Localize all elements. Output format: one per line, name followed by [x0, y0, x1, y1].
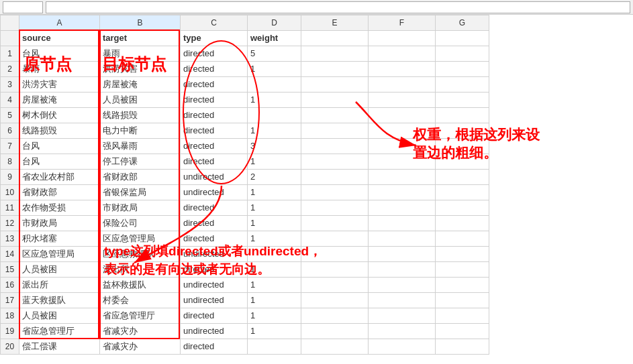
cell-d-17[interactable]: 1 [248, 293, 301, 308]
cell-b-13[interactable]: 区应急管理局 [100, 231, 181, 247]
cell-b-15[interactable]: 派出所 [100, 262, 181, 278]
cell-c-4[interactable]: directed [181, 93, 248, 108]
cell-c-3[interactable]: directed [181, 77, 248, 93]
cell-b-4[interactable]: 人员被困 [100, 93, 181, 108]
cell-d-11[interactable]: 1 [248, 200, 301, 216]
cell-b-8[interactable]: 停工停课 [100, 154, 181, 170]
cell-b-16[interactable]: 益杯救援队 [100, 278, 181, 293]
col-header-g[interactable]: G [436, 15, 489, 31]
cell-b-19[interactable]: 省减灾办 [100, 324, 181, 339]
cell-d-20[interactable] [248, 339, 301, 355]
cell-c-8[interactable]: directed [181, 154, 248, 170]
cell-d-5[interactable] [248, 108, 301, 123]
cell-header-source[interactable]: source [19, 31, 100, 46]
cell-header-weight[interactable]: weight [248, 31, 301, 46]
cell-a-14[interactable]: 区应急管理局 [19, 247, 100, 262]
cell-c-10[interactable]: undirected [181, 185, 248, 200]
cell-a-9[interactable]: 省农业农村部 [19, 170, 100, 185]
cell-d-19[interactable]: 1 [248, 324, 301, 339]
cell-b-7[interactable]: 强风暴雨 [100, 139, 181, 154]
cell-a-16[interactable]: 派出所 [19, 278, 100, 293]
cell-d-8[interactable]: 1 [248, 154, 301, 170]
cell-c-12[interactable]: directed [181, 216, 248, 231]
col-header-e[interactable]: E [301, 15, 369, 31]
cell-b-3[interactable]: 房屋被淹 [100, 77, 181, 93]
cell-a-17[interactable]: 蓝天救援队 [19, 293, 100, 308]
cell-d-18[interactable]: 1 [248, 308, 301, 324]
cell-b-20[interactable]: 省减灾办 [100, 339, 181, 355]
cell-a-18[interactable]: 人员被困 [19, 308, 100, 324]
col-header-c[interactable]: C [181, 15, 248, 31]
cell-b-10[interactable]: 省银保监局 [100, 185, 181, 200]
cell-d-7[interactable]: 3 [248, 139, 301, 154]
col-header-a[interactable]: A [19, 15, 100, 31]
cell-a-5[interactable]: 树木倒伏 [19, 108, 100, 123]
cell-d-2[interactable]: 1 [248, 62, 301, 77]
cell-c-15[interactable]: directed [181, 262, 248, 278]
cell-a-8[interactable]: 台风 [19, 154, 100, 170]
cell-header-target[interactable]: target [100, 31, 181, 46]
cell-extra-20-0 [301, 339, 369, 355]
cell-d-14[interactable] [248, 247, 301, 262]
cell-b-2[interactable]: 洪涝灾害 [100, 62, 181, 77]
col-header-d[interactable]: D [248, 15, 301, 31]
cell-c-7[interactable]: directed [181, 139, 248, 154]
cell-b-14[interactable]: 区应急救援队 [100, 247, 181, 262]
cell-d-1[interactable]: 5 [248, 46, 301, 62]
cell-a-19[interactable]: 省应急管理厅 [19, 324, 100, 339]
cell-d-3[interactable] [248, 77, 301, 93]
cell-b-17[interactable]: 村委会 [100, 293, 181, 308]
cell-d-6[interactable]: 1 [248, 123, 301, 139]
cell-c-6[interactable]: directed [181, 123, 248, 139]
row-num-cell: 5 [1, 108, 19, 123]
cell-d-4[interactable]: 1 [248, 93, 301, 108]
cell-d-13[interactable]: 1 [248, 231, 301, 247]
cell-a-6[interactable]: 线路损毁 [19, 123, 100, 139]
col-header-f[interactable]: F [369, 15, 436, 31]
cell-d-12[interactable]: 1 [248, 216, 301, 231]
cell-c-5[interactable]: directed [181, 108, 248, 123]
col-header-b[interactable]: B [100, 15, 181, 31]
cell-c-2[interactable]: directed [181, 62, 248, 77]
cell-b-18[interactable]: 省应急管理厅 [100, 308, 181, 324]
cell-b-1[interactable]: 暴雨 [100, 46, 181, 62]
cell-d-16[interactable]: 1 [248, 278, 301, 293]
cell-a-13[interactable]: 积水堵塞 [19, 231, 100, 247]
cell-b-9[interactable]: 省财政部 [100, 170, 181, 185]
cell-extra-8-0 [301, 154, 369, 170]
cell-extra-12-0 [301, 216, 369, 231]
cell-b-5[interactable]: 线路损毁 [100, 108, 181, 123]
cell-d-10[interactable]: 1 [248, 185, 301, 200]
cell-a-11[interactable]: 农作物受损 [19, 200, 100, 216]
cell-c-11[interactable]: directed [181, 200, 248, 216]
cell-d-9[interactable]: 2 [248, 170, 301, 185]
cell-a-4[interactable]: 房屋被淹 [19, 93, 100, 108]
cell-a-3[interactable]: 洪涝灾害 [19, 77, 100, 93]
cell-c-13[interactable]: directed [181, 231, 248, 247]
table-row: 3洪涝灾害房屋被淹directed [1, 77, 489, 93]
cell-extra-19-0 [301, 324, 369, 339]
cell-c-1[interactable]: directed [181, 46, 248, 62]
cell-c-17[interactable]: undirected [181, 293, 248, 308]
table-row: 19省应急管理厅省减灾办undirected1 [1, 324, 489, 339]
cell-c-18[interactable]: directed [181, 308, 248, 324]
cell-a-15[interactable]: 人员被困 [19, 262, 100, 278]
cell-a-7[interactable]: 台风 [19, 139, 100, 154]
cell-c-9[interactable]: undirected [181, 170, 248, 185]
cell-a-10[interactable]: 省财政部 [19, 185, 100, 200]
cell-a-1[interactable]: 台风 [19, 46, 100, 62]
cell-a-2[interactable]: 暴雨 [19, 62, 100, 77]
cell-b-11[interactable]: 市财政局 [100, 200, 181, 216]
cell-b-6[interactable]: 电力中断 [100, 123, 181, 139]
cell-c-14[interactable]: undirected [181, 247, 248, 262]
cell-c-16[interactable]: undirected [181, 278, 248, 293]
cell-d-15[interactable]: 1 [248, 262, 301, 278]
formula-bar[interactable] [46, 1, 630, 13]
cell-header-type[interactable]: type [181, 31, 248, 46]
cell-c-19[interactable]: undirected [181, 324, 248, 339]
cell-ref-box[interactable] [3, 1, 43, 13]
cell-b-12[interactable]: 保险公司 [100, 216, 181, 231]
cell-c-20[interactable]: directed [181, 339, 248, 355]
cell-a-12[interactable]: 市财政局 [19, 216, 100, 231]
cell-a-20[interactable]: 偿工偿课 [19, 339, 100, 355]
